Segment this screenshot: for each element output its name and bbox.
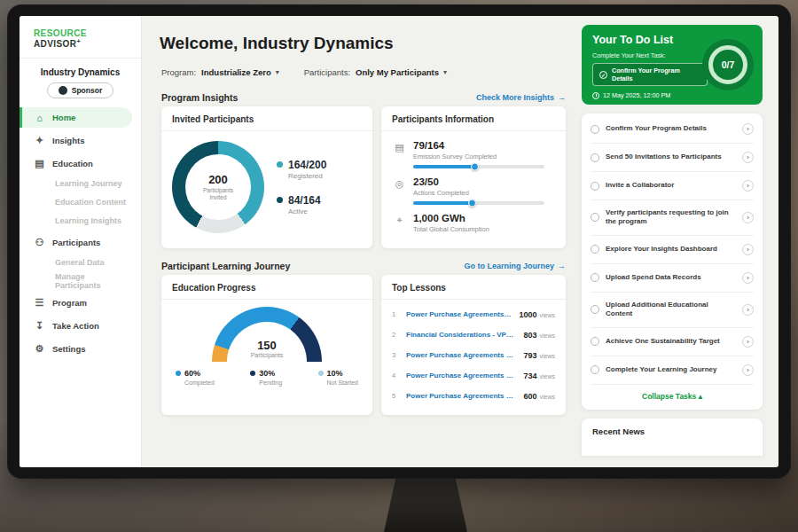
settings-icon: ⚙ [34,343,45,355]
program-icon: ☰ [34,297,45,309]
take-action-icon: ↧ [34,320,45,332]
legend-not-started: 10% Not Started [318,369,358,386]
sidebar-item-learning-insights[interactable]: Learning Insights [20,211,132,230]
lesson-link[interactable]: Financial Considerations - VPPAs [406,331,516,339]
chevron-right-icon[interactable]: › [742,244,754,255]
card-title: Education Progress [161,275,372,300]
lesson-link[interactable]: Power Purchase Agreements 102 [406,372,516,379]
nav-label: Home [52,113,75,122]
lesson-row: 5 Power Purchase Agreements 103 600views [392,386,555,406]
task-checkbox[interactable] [591,273,599,282]
lesson-link[interactable]: Power Purchase Agreements 101 [406,310,512,318]
invited-donut-chart: 200 Participants Invited [172,141,264,233]
task-checkbox[interactable] [591,153,599,162]
clock-icon [592,92,599,99]
nav-label: Manage Participants [55,272,132,290]
donut-center-label: 200 Participants Invited [172,141,264,233]
task-row[interactable]: Verify participants requesting to join t… [591,200,754,236]
todo-task-list: Confirm Your Program Details › Send 50 I… [582,113,763,410]
task-row[interactable]: Invite a Collaborator › [591,172,754,200]
progress-bar [413,201,544,205]
progress-bar [413,165,544,168]
program-label: Program: [161,67,196,77]
learning-journey-header: Participant Learning Journey Go to Learn… [161,261,566,271]
participants-dropdown[interactable]: Participants: Only My Participants ▾ [304,67,447,77]
sidebar-item-education-content[interactable]: Education Content [20,192,132,211]
sponsor-label: Sponsor [72,86,102,95]
task-checkbox[interactable] [591,337,599,346]
recent-news-title: Recent News [592,426,645,436]
card-title: Top Lessons [381,275,566,300]
sponsor-icon [59,86,67,95]
sidebar-item-participants[interactable]: ⚇ Participants [20,232,132,253]
chevron-right-icon[interactable]: › [742,272,754,284]
lesson-row: 4 Power Purchase Agreements 102 734views [392,365,555,386]
sidebar-item-education[interactable]: ▤ Education [20,153,132,174]
lesson-row: 3 Power Purchase Agreements 101 793views [392,345,555,365]
sidebar-item-program[interactable]: ☰ Program [20,293,132,313]
home-icon: ⌂ [34,113,45,123]
chevron-right-icon[interactable]: › [742,180,754,192]
participants-label: Participants: [304,67,350,77]
go-to-learning-journey-link[interactable]: Go to Learning Journey→ [464,262,566,270]
stat-global-consumption: ⌖ 1,000 GWh Total Global Consumption [394,213,553,238]
task-row[interactable]: Confirm Your Program Details › [591,115,754,144]
chevron-right-icon[interactable]: › [742,123,754,135]
nav-label: Education [52,159,93,168]
survey-icon: ▤ [394,140,405,168]
participants-icon: ⚇ [34,237,45,248]
task-checkbox[interactable] [591,245,599,254]
arrow-right-icon: → [558,93,566,102]
chevron-right-icon[interactable]: › [742,364,754,376]
sidebar-item-take-action[interactable]: ↧ Take Action [20,316,132,336]
top-lessons-card: Top Lessons 1 Power Purchase Agreements … [381,275,566,415]
sidebar-item-learning-journey[interactable]: Learning Journey [20,174,132,192]
chevron-down-icon: ▾ [443,68,447,76]
lesson-link[interactable]: Power Purchase Agreements 101 [406,351,516,359]
task-row[interactable]: Complete Your Learning Journey › [591,356,754,385]
sidebar: RESOURCE ADVISOR+ Industry Dynamics Spon… [20,16,142,467]
task-checkbox[interactable] [591,365,599,374]
task-checkbox[interactable] [591,213,599,222]
nav-label: Learning Insights [55,216,121,225]
education-icon: ▤ [34,158,45,169]
task-row[interactable]: Explore Your Insights Dashboard › [591,236,754,264]
monitor-frame: RESOURCE ADVISOR+ Industry Dynamics Spon… [7,4,791,479]
donut-legend: 164/200 Registered 84/164 Active [277,159,326,215]
task-row[interactable]: Upload Additional Educational Content › [591,293,754,328]
nav-label: General Data [55,258,105,267]
next-task-pill[interactable]: ✓ Confirm Your Program Details [592,63,708,86]
logo-advisor: ADVISOR [34,39,76,49]
task-row[interactable]: Upload Spend Data Records › [591,264,754,293]
dashboard-screen: RESOURCE ADVISOR+ Industry Dynamics Spon… [20,16,778,467]
nav-label: Participants [52,238,100,247]
chevron-right-icon[interactable]: › [742,152,754,163]
app-logo: RESOURCE ADVISOR+ [20,16,141,59]
participants-information-card: Participants Information ▤ 79/164 Emissi… [381,106,566,248]
sidebar-item-settings[interactable]: ⚙ Settings [20,339,132,359]
recent-news-card: Recent News [582,419,763,456]
invited-participants-card: Invited Participants 200 Participants In… [161,106,372,248]
sponsor-badge[interactable]: Sponsor [47,82,113,98]
collapse-tasks-link[interactable]: Collapse Tasks ▴ [591,385,754,406]
chevron-right-icon[interactable]: › [742,304,754,316]
task-checkbox[interactable] [591,182,599,191]
todo-summary-card: Your To Do List Complete Your Next Task:… [582,25,763,105]
legend-dot [277,197,283,203]
task-row[interactable]: Send 50 Invitations to Participants › [591,144,754,172]
task-checkbox[interactable] [591,125,599,134]
legend-registered: 164/200 Registered [277,159,326,180]
program-dropdown[interactable]: Program: Industrialize Zero ▾ [161,67,279,77]
lesson-link[interactable]: Power Purchase Agreements 103 [406,392,516,400]
check-circle-icon: ✓ [599,71,607,79]
chevron-right-icon[interactable]: › [742,212,754,223]
sidebar-item-insights[interactable]: ✦ Insights [20,130,132,151]
task-row[interactable]: Achieve One Sustainability Target › [591,328,754,356]
sidebar-item-general-data[interactable]: General Data [20,253,132,271]
task-checkbox[interactable] [591,305,599,314]
chevron-right-icon[interactable]: › [742,336,754,348]
nav-label: Education Content [55,198,126,207]
sidebar-item-home[interactable]: ⌂ Home [20,107,132,128]
check-more-insights-link[interactable]: Check More Insights→ [476,93,566,102]
sidebar-item-manage-participants[interactable]: Manage Participants [20,271,132,290]
